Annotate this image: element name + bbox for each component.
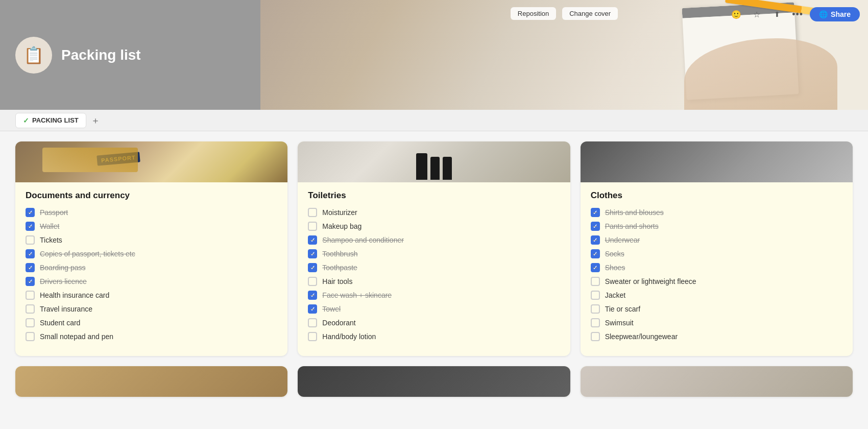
checklist-item[interactable]: Drivers licence [26, 277, 277, 286]
checklist-item[interactable]: Shoes [591, 263, 842, 272]
checklist-item[interactable]: Makeup bag [308, 222, 560, 231]
upload-icon: ⬆ [774, 10, 780, 18]
checklist-item[interactable]: Towel [308, 304, 560, 314]
cover-area: 📋 Packing list Reposition Change cover 🙂… [0, 0, 868, 110]
checklist-label: Moisturizer [322, 208, 357, 217]
tab-packing-list[interactable]: ✓ PACKING LIST [15, 113, 86, 128]
checklist-label: Drivers licence [40, 277, 87, 285]
checkbox[interactable] [591, 249, 600, 258]
checklist-item[interactable]: Hair tools [308, 277, 560, 286]
checklist-label: Makeup bag [322, 222, 361, 230]
more-options-button[interactable]: ••• [789, 6, 806, 22]
checkbox[interactable] [308, 318, 317, 327]
checkbox[interactable] [308, 208, 317, 217]
checkbox[interactable] [308, 304, 317, 314]
checklist-label: Small notepad and pen [40, 332, 113, 341]
card-documents: Documents and currencyPassportWalletTick… [15, 141, 287, 356]
add-tab-button[interactable]: ＋ [88, 113, 103, 128]
checklist-label: Hair tools [322, 277, 352, 285]
checklist-item[interactable]: Face wash + skincare [308, 291, 560, 300]
checkbox[interactable] [26, 235, 35, 245]
plus-icon: ＋ [91, 114, 100, 127]
checklist-item[interactable]: Toothbrush [308, 249, 560, 258]
change-cover-button[interactable]: Change cover [562, 7, 618, 20]
checkbox[interactable] [591, 304, 600, 314]
bottom-row [15, 366, 853, 397]
checkbox[interactable] [26, 332, 35, 341]
checklist-label: Socks [605, 250, 624, 258]
checklist-label: Toothpaste [322, 264, 357, 272]
checkbox[interactable] [591, 235, 600, 245]
checklist-item[interactable]: Shirts and blouses [591, 208, 842, 217]
star-button[interactable]: ☆ [749, 6, 765, 22]
checklist-label: Boarding pass [40, 264, 86, 272]
tab-check-icon: ✓ [23, 116, 29, 125]
checklist-label: Shampoo and conditioner [322, 236, 404, 244]
checklist-item[interactable]: Pants and shorts [591, 222, 842, 231]
checklist-item[interactable]: Sleepwear/loungewear [591, 332, 842, 341]
checkbox[interactable] [591, 291, 600, 300]
checklist-item[interactable]: Student card [26, 318, 277, 327]
share-upload-button[interactable]: ⬆ [769, 6, 785, 22]
reposition-button[interactable]: Reposition [511, 7, 556, 20]
checklist-item[interactable]: Health insurance card [26, 291, 277, 300]
checklist-item[interactable]: Small notepad and pen [26, 332, 277, 341]
checkbox[interactable] [591, 208, 600, 217]
checklist-label: Sweater or lightweight fleece [605, 277, 696, 285]
card-image-clothes [581, 141, 853, 182]
checklist-item[interactable]: Travel insurance [26, 304, 277, 314]
checkbox[interactable] [308, 222, 317, 231]
checklist-item[interactable]: Moisturizer [308, 208, 560, 217]
checkbox[interactable] [591, 263, 600, 272]
checkbox[interactable] [591, 222, 600, 231]
checklist-item[interactable]: Passport [26, 208, 277, 217]
page-title: Packing list [61, 47, 141, 63]
checkbox[interactable] [591, 277, 600, 286]
card-title-clothes: Clothes [591, 190, 842, 201]
checklist-item[interactable]: Copies of passport, tickets etc [26, 249, 277, 258]
checkbox[interactable] [591, 318, 600, 327]
checkbox[interactable] [308, 263, 317, 272]
checklist-item[interactable]: Toothpaste [308, 263, 560, 272]
checkbox[interactable] [308, 235, 317, 245]
checklist-label: Travel insurance [40, 305, 92, 313]
checklist-label: Tickets [40, 236, 62, 244]
checklist-label: Tie or scarf [605, 305, 641, 313]
checklist-label: Student card [40, 319, 80, 327]
checkbox[interactable] [26, 318, 35, 327]
share-button[interactable]: 🌐 Share [810, 7, 860, 21]
bottom-card-2 [298, 366, 570, 397]
checkbox[interactable] [308, 291, 317, 300]
checkbox[interactable] [308, 277, 317, 286]
checklist-item[interactable]: Deodorant [308, 318, 560, 327]
checklist-item[interactable]: Sweater or lightweight fleece [591, 277, 842, 286]
checklist-item[interactable]: Boarding pass [26, 263, 277, 272]
checklist-item[interactable]: Tickets [26, 235, 277, 245]
checklist-label: Passport [40, 208, 68, 217]
checkbox[interactable] [26, 222, 35, 231]
checkbox[interactable] [26, 304, 35, 314]
checklist-item[interactable]: Swimsuit [591, 318, 842, 327]
checklist-label: Face wash + skincare [322, 291, 392, 299]
emoji-button[interactable]: 🙂 [728, 6, 744, 22]
checklist-item[interactable]: Underwear [591, 235, 842, 245]
checkbox[interactable] [308, 249, 317, 258]
checklist-item[interactable]: Socks [591, 249, 842, 258]
checklist-item[interactable]: Jacket [591, 291, 842, 300]
checkbox[interactable] [26, 277, 35, 286]
bottom-card-image-3 [581, 366, 853, 397]
checklist-item[interactable]: Tie or scarf [591, 304, 842, 314]
checkbox[interactable] [308, 332, 317, 341]
checklist-item[interactable]: Shampoo and conditioner [308, 235, 560, 245]
checkbox[interactable] [591, 332, 600, 341]
checkbox[interactable] [26, 291, 35, 300]
checkbox[interactable] [26, 263, 35, 272]
checklist-item[interactable]: Hand/body lotion [308, 332, 560, 341]
share-label: Share [831, 10, 851, 18]
bottom-card-image-2 [298, 366, 570, 397]
checkbox[interactable] [26, 208, 35, 217]
card-title-documents: Documents and currency [26, 190, 277, 201]
card-image-documents [15, 141, 287, 182]
checklist-item[interactable]: Wallet [26, 222, 277, 231]
checkbox[interactable] [26, 249, 35, 258]
